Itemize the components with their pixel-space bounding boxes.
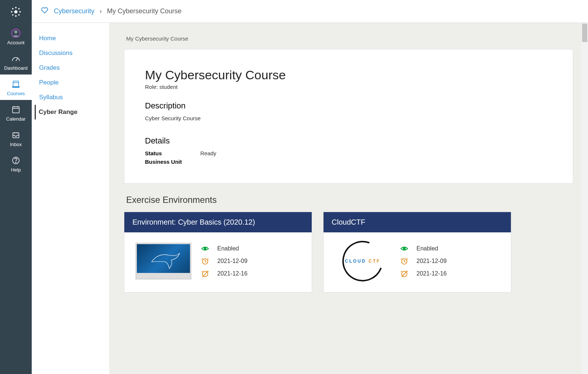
- svg-line-11: [16, 58, 18, 61]
- heart-icon[interactable]: [41, 6, 49, 16]
- environment-card[interactable]: CloudCTF CLOUD CTF E: [323, 212, 511, 292]
- environment-grid: Environment: Cyber Basics (2020.12): [124, 212, 573, 292]
- breadcrumb-separator: ›: [100, 7, 102, 15]
- clock-off-icon: [400, 270, 408, 278]
- rail-item-dashboard[interactable]: Dashboard: [0, 49, 32, 75]
- course-title: My Cybersecurity Course: [145, 68, 552, 82]
- svg-point-8: [18, 14, 20, 15]
- environment-thumb-kali: [135, 243, 191, 280]
- meta-status-row: Enabled: [201, 245, 248, 253]
- meta-status: Enabled: [416, 245, 438, 252]
- course-card: My Cybersecurity Course Role: student De…: [124, 49, 573, 184]
- svg-rect-15: [13, 107, 19, 113]
- environment-card[interactable]: Environment: Cyber Basics (2020.12): [124, 212, 312, 292]
- detail-value: Ready: [200, 150, 216, 156]
- content-area: My Cybersecurity Course My Cybersecurity…: [109, 23, 588, 374]
- exercise-heading: Exercise Environments: [126, 195, 573, 205]
- meta-start-row: 2021-12-09: [400, 257, 447, 265]
- svg-point-1: [15, 7, 17, 8]
- environment-body: Enabled 2021-12-09: [124, 232, 312, 292]
- dashboard-icon: [11, 53, 21, 64]
- breadcrumb: Cybersecurity › My Cybersecurity Course: [32, 0, 588, 23]
- svg-point-26: [204, 247, 206, 250]
- below-breadcrumb: Home Discussions Grades People Syllabus …: [32, 23, 588, 374]
- environment-title: Environment: Cyber Basics (2020.12): [124, 212, 312, 232]
- svg-line-35: [404, 262, 406, 262]
- course-role: Role: student: [145, 84, 552, 90]
- environment-thumb-cloudctf: CLOUD CTF: [335, 243, 391, 280]
- rail-item-label: Help: [11, 167, 21, 173]
- course-nav: Home Discussions Grades People Syllabus …: [32, 23, 109, 374]
- meta-start-row: 2021-12-09: [201, 257, 248, 265]
- rail-item-account[interactable]: Account: [0, 24, 32, 49]
- environment-title: CloudCTF: [324, 212, 511, 232]
- scrollbar-thumb[interactable]: [582, 24, 587, 42]
- svg-point-2: [15, 15, 17, 17]
- svg-point-10: [14, 30, 18, 34]
- environment-meta: Enabled 2021-12-09: [201, 245, 248, 278]
- svg-line-29: [205, 262, 207, 262]
- rail-item-calendar[interactable]: Calendar: [0, 100, 32, 125]
- details-heading: Details: [145, 136, 552, 146]
- help-icon: [11, 155, 21, 166]
- eye-icon: [201, 245, 209, 253]
- meta-end-row: 2021-12-16: [400, 270, 447, 278]
- svg-rect-12: [13, 81, 19, 87]
- eye-icon: [400, 245, 408, 253]
- account-icon: [11, 28, 21, 38]
- clock-off-icon: [201, 270, 209, 278]
- nav-item-people[interactable]: People: [39, 75, 109, 90]
- courses-icon: [11, 79, 21, 89]
- rail-item-label: Account: [7, 40, 25, 45]
- rail-item-help[interactable]: Help: [0, 151, 32, 176]
- svg-rect-14: [13, 87, 19, 87]
- svg-point-4: [19, 11, 21, 13]
- context-title: My Cybersecurity Course: [126, 35, 573, 42]
- clock-icon: [400, 257, 408, 265]
- canvas-logo-icon: [11, 7, 21, 17]
- detail-row: Status Ready: [145, 150, 552, 156]
- meta-status: Enabled: [217, 245, 239, 252]
- cloudctf-logo-icon: CLOUD CTF: [336, 234, 390, 288]
- description-value: Cyber Security Course: [145, 115, 552, 121]
- breadcrumb-root[interactable]: Cybersecurity: [54, 7, 94, 15]
- svg-point-6: [18, 8, 20, 10]
- svg-point-32: [403, 247, 405, 250]
- environment-body: CLOUD CTF Enabled: [324, 232, 511, 292]
- inbox-icon: [11, 130, 21, 140]
- rail-item-label: Courses: [7, 91, 25, 96]
- detail-row: Business Unit: [145, 159, 552, 165]
- svg-point-25: [15, 162, 16, 163]
- meta-end-date: 2021-12-16: [416, 270, 447, 277]
- nav-item-discussions[interactable]: Discussions: [39, 46, 109, 60]
- meta-end-row: 2021-12-16: [201, 270, 248, 278]
- detail-key: Status: [145, 150, 200, 156]
- nav-item-syllabus[interactable]: Syllabus: [39, 90, 109, 105]
- kali-dragon-icon: [151, 251, 180, 269]
- description-heading: Description: [145, 101, 552, 111]
- rail-item-courses[interactable]: Courses: [0, 75, 32, 100]
- rail-item-label: Calendar: [6, 116, 26, 122]
- main-wrapper: Cybersecurity › My Cybersecurity Course …: [32, 0, 588, 374]
- nav-item-cyber-range[interactable]: Cyber Range: [35, 105, 109, 120]
- nav-item-home[interactable]: Home: [39, 31, 109, 46]
- svg-point-0: [14, 10, 18, 14]
- scrollbar[interactable]: [581, 23, 588, 374]
- rail-item-label: Inbox: [10, 142, 22, 147]
- svg-point-5: [12, 8, 14, 10]
- breadcrumb-current: My Cybersecurity Course: [107, 7, 181, 15]
- environment-meta: Enabled 2021-12-09: [400, 245, 447, 278]
- nav-item-grades[interactable]: Grades: [39, 60, 109, 75]
- svg-point-3: [11, 11, 13, 13]
- rail-item-label: Dashboard: [4, 65, 28, 71]
- canvas-logo[interactable]: [11, 0, 21, 24]
- rail-item-inbox[interactable]: Inbox: [0, 125, 32, 151]
- meta-end-date: 2021-12-16: [217, 270, 248, 277]
- svg-point-7: [12, 14, 14, 15]
- meta-start-date: 2021-12-09: [416, 258, 447, 264]
- clock-icon: [201, 257, 209, 265]
- calendar-icon: [11, 104, 21, 115]
- meta-status-row: Enabled: [400, 245, 447, 253]
- meta-start-date: 2021-12-09: [217, 258, 248, 264]
- detail-key: Business Unit: [145, 159, 200, 165]
